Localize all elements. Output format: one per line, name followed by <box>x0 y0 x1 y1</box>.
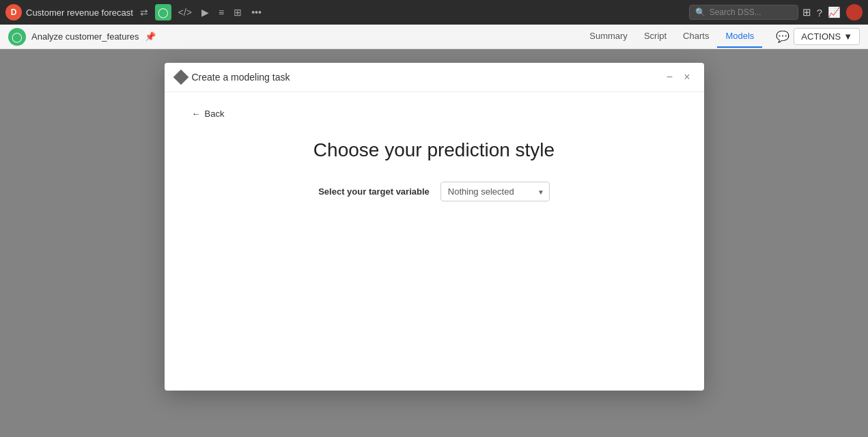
grid-icon[interactable]: ⊞ <box>231 5 244 19</box>
target-variable-label: Select your target variable <box>318 186 430 197</box>
page-title: Analyze customer_features <box>31 31 139 42</box>
target-variable-select[interactable]: Nothing selected <box>440 182 550 201</box>
modal-title: Create a modeling task <box>192 72 290 83</box>
diamond-icon <box>173 70 188 85</box>
modal: Create a modeling task − × ← Back Choose… <box>165 63 704 391</box>
app-logo: D <box>5 4 22 20</box>
recipe-icon[interactable]: ◯ <box>155 4 171 20</box>
chat-icon[interactable]: 💬 <box>776 30 789 43</box>
recipe-logo: ◯ <box>8 28 26 46</box>
modal-overlay: Create a modeling task − × ← Back Choose… <box>0 49 868 437</box>
tab-models[interactable]: Models <box>717 25 762 48</box>
nav-tabs: Summary Script Charts Models <box>581 25 762 48</box>
tab-script[interactable]: Script <box>636 25 675 48</box>
app-title: Customer revenue forecast <box>26 8 133 18</box>
main-title: Choose your prediction style <box>192 139 677 161</box>
more-icon[interactable]: ••• <box>249 5 264 19</box>
back-button[interactable]: ← Back <box>192 109 677 119</box>
help-icon[interactable]: ? <box>817 7 822 18</box>
tab-summary[interactable]: Summary <box>581 25 636 48</box>
secondbar: ◯ Analyze customer_features 📌 Summary Sc… <box>0 25 868 49</box>
modal-header: Create a modeling task − × <box>165 63 704 92</box>
secondbar-actions: 💬 ACTIONS ▼ <box>776 28 860 45</box>
apps-icon[interactable]: ⊞ <box>802 6 811 18</box>
user-avatar[interactable] <box>846 4 863 20</box>
topbar: D Customer revenue forecast ⇄ ◯ </> ▶ ≡ … <box>0 0 868 25</box>
back-label: Back <box>205 109 225 119</box>
code-icon[interactable]: </> <box>176 5 195 19</box>
chevron-down-icon: ▼ <box>843 31 852 42</box>
back-arrow-icon: ← <box>192 109 201 119</box>
minimize-button[interactable]: − <box>664 71 675 83</box>
close-button[interactable]: × <box>681 71 692 83</box>
modal-body: ← Back Choose your prediction style Sele… <box>165 92 704 391</box>
target-variable-select-wrapper: Nothing selected <box>440 182 550 201</box>
search-icon: 🔍 <box>695 8 705 17</box>
target-variable-row: Select your target variable Nothing sele… <box>192 182 677 201</box>
tab-charts[interactable]: Charts <box>675 25 717 48</box>
chart-icon[interactable]: 📈 <box>828 6 841 18</box>
flow-icon[interactable]: ⇄ <box>137 5 151 19</box>
actions-button[interactable]: ACTIONS ▼ <box>794 28 860 45</box>
run-icon[interactable]: ▶ <box>199 5 212 19</box>
list-icon[interactable]: ≡ <box>216 5 227 19</box>
pin-icon[interactable]: 📌 <box>145 31 156 42</box>
search-placeholder: Search DSS... <box>710 8 761 17</box>
topbar-right: ⊞ ? 📈 <box>802 4 863 20</box>
search-bar[interactable]: 🔍 Search DSS... <box>689 5 798 20</box>
